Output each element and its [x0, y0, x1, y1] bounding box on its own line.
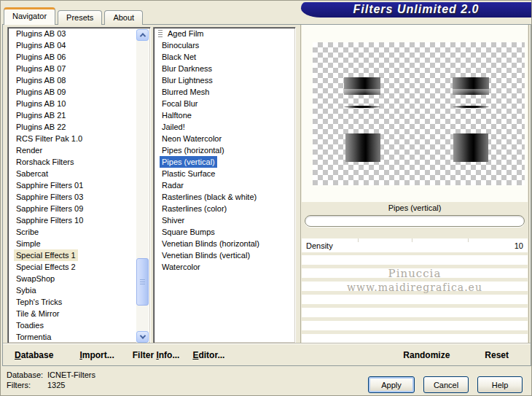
filter-item-label: Venetian Blinds (vertical) — [160, 249, 252, 261]
help-button[interactable]: Help — [477, 376, 523, 393]
category-item[interactable]: Plugins AB 08 — [8, 74, 150, 86]
filter-item-label: Square Bumps — [160, 226, 217, 238]
filter-item[interactable]: Shiver — [154, 214, 295, 226]
density-slider[interactable]: Density 10 — [302, 238, 528, 252]
empty-param-row — [302, 334, 528, 343]
filter-item-label: Radar — [160, 179, 186, 191]
filter-item[interactable]: Blurred Mesh — [154, 86, 295, 98]
category-item[interactable]: Teph's Tricks — [8, 296, 150, 308]
category-item[interactable]: SwapShop — [8, 273, 150, 284]
filter-info-button[interactable]: Filter Info... — [133, 350, 180, 360]
status-info: Database: ICNET-Filters Filters: 1325 — [7, 370, 95, 389]
category-item[interactable]: Sapphire Filters 09 — [8, 203, 150, 214]
category-item-label: Tormentia — [14, 331, 53, 343]
category-item[interactable]: Plugins AB 06 — [8, 51, 150, 63]
category-item[interactable]: RCS Filter Pak 1.0 — [8, 133, 150, 144]
filter-item[interactable]: Binoculars — [154, 39, 295, 51]
filter-item[interactable]: Plastic Surface — [154, 168, 295, 179]
filter-item[interactable]: Pipes (horizontal) — [154, 144, 295, 156]
filter-list[interactable]: Aged FilmBinocularsBlack NetBlur Darknes… — [153, 27, 296, 343]
filter-item[interactable]: Square Bumps — [154, 226, 295, 238]
category-item[interactable]: Sapphire Filters 10 — [8, 214, 150, 226]
filter-item[interactable]: Aged Film — [154, 28, 295, 39]
category-item-label: SwapShop — [14, 273, 57, 284]
filter-item[interactable]: Watercolor — [154, 261, 295, 273]
filter-item[interactable]: Blur Lightness — [154, 74, 295, 86]
reset-button[interactable]: Reset — [485, 350, 509, 360]
category-item[interactable]: Plugins AB 22 — [8, 121, 150, 133]
filter-item[interactable]: Venetian Blinds (horizontal) — [154, 238, 295, 249]
tab-bar: Navigator Presets About — [4, 7, 145, 25]
pipe-shape — [344, 77, 380, 95]
filter-item[interactable]: Blur Darkness — [154, 63, 295, 74]
category-item-label: Teph's Tricks — [14, 296, 64, 308]
filter-item-label: Plastic Surface — [160, 168, 217, 179]
filter-item[interactable]: Neon Watercolor — [154, 133, 295, 144]
editor-button[interactable]: Editor... — [192, 350, 224, 360]
category-item-label: Plugins AB 04 — [14, 39, 69, 51]
category-scrollbar[interactable] — [136, 29, 149, 343]
category-item[interactable]: Plugins AB 21 — [8, 109, 150, 121]
category-item[interactable]: Special Effects 2 — [8, 261, 150, 273]
filter-item[interactable]: Pipes (vertical) — [154, 156, 295, 168]
category-item[interactable]: Sapphire Filters 01 — [8, 179, 150, 191]
category-item[interactable]: Sapphire Filters 03 — [8, 191, 150, 203]
category-item[interactable]: Toadies — [8, 319, 150, 331]
filter-item-label: Focal Blur — [160, 98, 200, 109]
category-item-label: Rorshack Filters — [14, 156, 76, 168]
chevron-up-icon — [139, 33, 145, 39]
category-item-label: Sapphire Filters 03 — [14, 191, 85, 203]
category-item[interactable]: Rorshack Filters — [8, 156, 150, 168]
category-item[interactable]: Plugins AB 07 — [8, 63, 150, 74]
category-item[interactable]: Sybia — [8, 284, 150, 296]
tab-presets[interactable]: Presets — [58, 10, 102, 25]
category-item[interactable]: Tormentia — [8, 331, 150, 343]
category-item[interactable]: Plugins AB 09 — [8, 86, 150, 98]
chevron-down-icon — [139, 333, 145, 338]
watermark-url: www.maidiregrafica.eu — [301, 282, 528, 293]
category-item-label: Toadies — [14, 319, 46, 331]
filter-item[interactable]: Black Net — [154, 51, 295, 63]
category-item[interactable]: Tile & Mirror — [8, 308, 150, 319]
category-item[interactable]: Render — [8, 144, 150, 156]
scroll-down-button[interactable] — [136, 331, 149, 343]
category-list[interactable]: Plugins AB 03Plugins AB 04Plugins AB 06P… — [7, 27, 151, 343]
filter-item[interactable]: Focal Blur — [154, 98, 295, 109]
category-item-label: Sapphire Filters 01 — [14, 179, 85, 191]
toolbar-right-group: RandomizeReset — [403, 350, 531, 360]
cancel-button[interactable]: Cancel — [423, 376, 469, 393]
filter-item[interactable]: Halftone — [154, 109, 295, 121]
filter-item[interactable]: Radar — [154, 179, 295, 191]
import-button[interactable]: Import... — [79, 350, 114, 360]
tab-navigator[interactable]: Navigator — [4, 7, 55, 25]
category-item[interactable]: Plugins AB 10 — [8, 98, 150, 109]
database-button[interactable]: Database — [15, 350, 53, 360]
category-item[interactable]: Plugins AB 04 — [8, 39, 150, 51]
category-item[interactable]: Plugins AB 03 — [8, 28, 150, 39]
category-item[interactable]: Simple — [8, 238, 150, 249]
tab-about[interactable]: About — [104, 10, 143, 25]
apply-button[interactable]: Apply — [368, 376, 415, 393]
category-item[interactable]: Scribe — [8, 226, 150, 238]
category-item-label: Sapphire Filters 09 — [14, 203, 85, 214]
category-item-label: Sapphire Filters 10 — [14, 214, 85, 226]
category-item-label: Sybia — [14, 284, 39, 296]
filter-item-label: Venetian Blinds (horizontal) — [160, 238, 262, 249]
category-item-label: Plugins AB 22 — [14, 121, 69, 133]
scroll-thumb[interactable] — [136, 258, 149, 306]
scroll-up-button[interactable] — [136, 29, 149, 41]
slider-tick — [412, 238, 412, 242]
pipe-shape — [453, 133, 488, 162]
category-item-label: Scribe — [14, 226, 41, 238]
filter-item[interactable]: Rasterlines (color) — [154, 203, 295, 214]
filter-item[interactable]: Rasterlines (black & white) — [154, 191, 295, 203]
category-item[interactable]: Sabercat — [8, 168, 150, 179]
filter-item[interactable]: Jailed! — [154, 121, 295, 133]
filter-item-label: Jailed! — [160, 121, 187, 133]
category-item-label: Plugins AB 07 — [14, 63, 69, 74]
randomize-button[interactable]: Randomize — [403, 350, 450, 360]
category-item[interactable]: Special Effects 1 — [8, 249, 150, 261]
navigator-page: Plugins AB 03Plugins AB 04Plugins AB 06P… — [2, 24, 531, 366]
category-item-label: Render — [14, 144, 44, 156]
filter-item[interactable]: Venetian Blinds (vertical) — [154, 249, 295, 261]
